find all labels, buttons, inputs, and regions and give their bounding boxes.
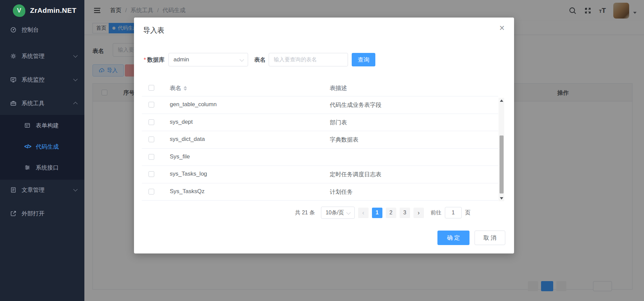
modal-table-header: 表名 表描述	[142, 80, 498, 96]
sliders-icon	[24, 164, 30, 171]
external-link-icon	[10, 210, 17, 217]
app-title: ZrAdmin.NET	[30, 6, 76, 14]
gear-icon	[10, 53, 17, 59]
toolbox-icon	[10, 100, 17, 107]
chevron-down-icon	[73, 187, 78, 191]
row-checkbox[interactable]	[149, 102, 154, 108]
pagination-goto-label: 前往	[431, 209, 441, 216]
pagination-prev-button[interactable]: ‹	[358, 208, 369, 218]
modal-table-body: gen_table_column 代码生成业务表字段 sys_dept 部门表 …	[142, 96, 498, 201]
pagination-page-3[interactable]: 3	[400, 208, 410, 218]
monitor-icon	[10, 77, 17, 83]
page-size-value: 10条/页	[326, 209, 344, 216]
modal-table-name-input[interactable]	[269, 53, 348, 66]
modal-table-name-label: 表名	[254, 56, 266, 64]
dashboard-icon	[10, 27, 17, 33]
chevron-up-icon	[73, 102, 78, 106]
sidebar-item-external-open[interactable]: 外部打开	[0, 204, 84, 223]
pagination-page-1[interactable]: 1	[372, 208, 382, 218]
row-checkbox[interactable]	[149, 154, 154, 160]
database-select-value: admin	[173, 56, 189, 63]
pagination-next-button[interactable]: ›	[413, 208, 424, 218]
chevron-down-icon	[73, 77, 78, 81]
scroll-up-arrow-icon[interactable]	[500, 99, 503, 102]
sidebar-item-label: 外部打开	[22, 210, 45, 217]
cancel-button[interactable]: 取 消	[475, 231, 505, 245]
row-table-desc: 代码生成业务表字段	[330, 101, 381, 109]
column-table-desc: 表描述	[330, 84, 347, 92]
page-size-select[interactable]: 10条/页	[321, 207, 355, 219]
table-row[interactable]: gen_table_column 代码生成业务表字段	[142, 96, 498, 114]
table-row[interactable]: sys_dept 部门表	[142, 114, 498, 131]
select-all-checkbox[interactable]	[149, 85, 154, 91]
table-scrollbar[interactable]	[499, 98, 504, 201]
modal-pagination: 共 21 条 10条/页 ‹ 1 2 3 › 前往 页	[295, 207, 471, 219]
sidebar-item-label: 系统管理	[22, 52, 45, 60]
sidebar-item-label: 系统工具	[22, 99, 45, 107]
row-table-desc: 计划任务	[330, 188, 353, 196]
sidebar-item-dashboard[interactable]: 控制台	[0, 20, 84, 39]
close-icon[interactable]: ×	[499, 24, 505, 33]
document-icon	[10, 187, 17, 193]
table-row[interactable]: sys_Tasks_log 定时任务调度日志表	[142, 166, 498, 183]
modal-title: 导入表	[143, 26, 164, 35]
row-table-name: gen_table_column	[170, 101, 217, 108]
row-table-name: sys_dict_data	[170, 136, 205, 143]
form-grid-icon	[24, 122, 30, 128]
pagination-total: 共 21 条	[295, 209, 315, 216]
row-table-desc: 定时任务调度日志表	[330, 171, 381, 178]
row-table-desc: 部门表	[330, 119, 347, 126]
sidebar-item-label: 文章管理	[22, 186, 45, 194]
column-table-name[interactable]: 表名	[170, 84, 187, 92]
sidebar-item-label: 表单构建	[36, 122, 59, 129]
sidebar-item-system-management[interactable]: 系统管理	[0, 47, 84, 65]
logo-icon: V	[13, 4, 25, 17]
pagination-page-2[interactable]: 2	[386, 208, 396, 218]
database-label: *数据库	[144, 56, 164, 64]
query-button[interactable]: 查询	[352, 53, 375, 66]
pagination-goto-input[interactable]	[445, 207, 462, 218]
sort-caret-icon[interactable]	[184, 86, 187, 91]
modal-form: *数据库 admin 表名 查询	[134, 53, 514, 66]
row-checkbox[interactable]	[149, 119, 154, 125]
table-row[interactable]: sys_dict_data 字典数据表	[142, 131, 498, 149]
table-row[interactable]: Sys_file	[142, 149, 498, 166]
table-row[interactable]: Sys_TasksQz 计划任务	[142, 183, 498, 201]
code-icon: </>	[24, 144, 31, 150]
sidebar-item-code-generation[interactable]: </> 代码生成	[0, 137, 84, 156]
import-table-modal: 导入表 × *数据库 admin 表名 查询 表名 表描述 gen_table_…	[134, 18, 514, 253]
row-table-name: Sys_TasksQz	[170, 188, 205, 195]
sidebar: V ZrAdmin.NET 控制台 系统管理 系统监控	[0, 0, 84, 301]
chevron-down-icon	[346, 210, 351, 215]
row-checkbox[interactable]	[149, 171, 154, 177]
row-checkbox[interactable]	[149, 189, 154, 194]
row-checkbox[interactable]	[149, 137, 154, 142]
row-table-name: sys_dept	[170, 119, 193, 125]
sidebar-item-label: 控制台	[22, 26, 39, 34]
chevron-down-icon	[73, 53, 78, 58]
scroll-down-arrow-icon[interactable]	[500, 197, 503, 200]
app-screen: V ZrAdmin.NET 控制台 系统管理 系统监控	[0, 0, 644, 301]
confirm-button[interactable]: 确 定	[437, 231, 469, 245]
required-asterisk: *	[144, 57, 146, 63]
sidebar-item-label: 代码生成	[36, 143, 59, 151]
row-table-desc: 字典数据表	[330, 136, 358, 144]
sidebar-item-label: 系统监控	[22, 76, 45, 84]
row-table-name: Sys_file	[170, 153, 190, 160]
sidebar-item-form-builder[interactable]: 表单构建	[0, 116, 84, 135]
sidebar-item-system-tools[interactable]: 系统工具	[0, 94, 84, 113]
pagination-goto-unit: 页	[465, 209, 471, 216]
sidebar-item-label: 系统接口	[36, 164, 59, 172]
sidebar-item-system-api[interactable]: 系统接口	[0, 158, 84, 177]
app-logo[interactable]: V ZrAdmin.NET	[0, 0, 84, 21]
sidebar-item-article-management[interactable]: 文章管理	[0, 180, 84, 199]
sidebar-item-system-monitor[interactable]: 系统监控	[0, 70, 84, 89]
chevron-down-icon	[240, 57, 244, 62]
row-table-name: sys_Tasks_log	[170, 171, 207, 177]
scrollbar-thumb[interactable]	[500, 136, 504, 193]
database-select[interactable]: admin	[168, 53, 248, 66]
